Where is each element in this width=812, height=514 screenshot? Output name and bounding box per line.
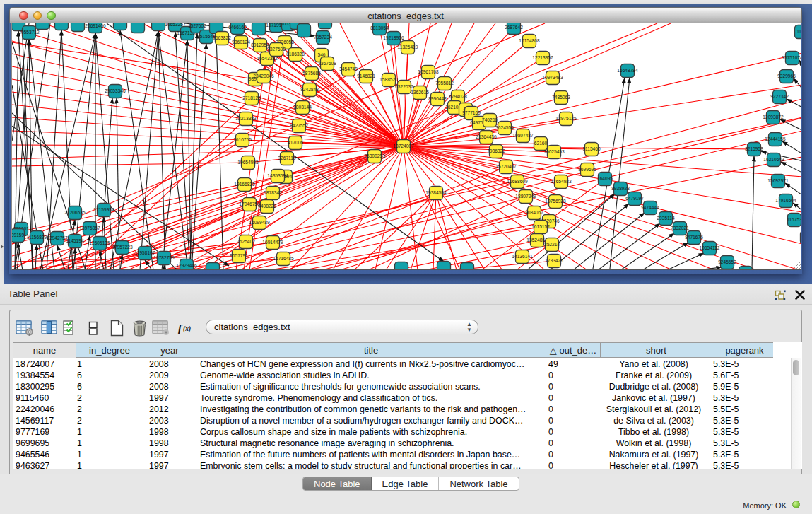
svg-text:9115460: 9115460 (582, 146, 601, 151)
svg-text:17957223: 17957223 (112, 245, 133, 250)
svg-text:1145194: 1145194 (66, 238, 84, 243)
svg-text:164095: 164095 (597, 176, 613, 181)
svg-text:7663822: 7663822 (213, 35, 231, 40)
svg-text:5878342: 5878342 (264, 190, 282, 195)
svg-text:12093872: 12093872 (763, 115, 784, 119)
svg-text:1362615: 1362615 (411, 90, 429, 95)
svg-text:116753: 116753 (787, 217, 801, 222)
svg-text:16648784: 16648784 (617, 68, 638, 73)
svg-text:9084067: 9084067 (525, 210, 543, 215)
svg-text:23420046: 23420046 (253, 74, 274, 78)
svg-text:16914479: 16914479 (262, 240, 283, 245)
svg-text:9227342: 9227342 (770, 94, 789, 99)
svg-text:9657791: 9657791 (230, 253, 248, 258)
svg-text:7332021: 7332021 (671, 226, 689, 230)
svg-text:9242848: 9242848 (300, 87, 319, 92)
svg-text:16543382: 16543382 (257, 56, 278, 61)
svg-text:8186328: 8186328 (286, 52, 305, 57)
svg-text:6479197: 6479197 (625, 196, 644, 201)
svg-text:62160: 62160 (534, 141, 548, 146)
svg-text:11958107: 11958107 (135, 250, 155, 255)
svg-text:16782759: 16782759 (153, 255, 175, 260)
svg-text:1112: 1112 (796, 29, 801, 34)
svg-text:746266: 746266 (482, 117, 498, 122)
svg-text:4498222: 4498222 (258, 204, 276, 209)
svg-text:20553712: 20553712 (18, 30, 40, 35)
svg-text:19218906: 19218906 (383, 35, 404, 40)
svg-text:2935114: 2935114 (657, 216, 675, 221)
svg-text:17654923: 17654923 (551, 179, 572, 184)
svg-text:10961768: 10961768 (418, 69, 439, 74)
svg-text:9474444: 9474444 (641, 205, 659, 210)
svg-text:f: f (178, 322, 183, 334)
svg-text:6322037: 6322037 (395, 84, 413, 89)
svg-text:252214: 252214 (544, 242, 560, 247)
svg-text:13975867: 13975867 (79, 226, 100, 230)
svg-text:1615152: 1615152 (531, 224, 550, 229)
svg-text:15716485: 15716485 (273, 256, 294, 261)
svg-text:25300293: 25300293 (364, 153, 385, 158)
svg-text:1610755: 1610755 (233, 137, 252, 142)
svg-text:18724007: 18724007 (393, 144, 414, 148)
svg-text:12213383: 12213383 (235, 116, 257, 121)
svg-text:12213957: 12213957 (532, 55, 553, 60)
svg-text:10654112: 10654112 (700, 245, 720, 250)
svg-text:(x): (x) (183, 325, 191, 333)
svg-text:8938923: 8938923 (611, 186, 630, 191)
svg-text:14353594: 14353594 (267, 173, 288, 178)
svg-text:12923446: 12923446 (176, 263, 197, 268)
svg-text:7357234: 7357234 (314, 35, 332, 40)
svg-text:2367608: 2367608 (318, 61, 336, 66)
svg-text:1588520: 1588520 (379, 77, 398, 82)
svg-text:19166825: 19166825 (234, 182, 255, 187)
svg-text:16099489: 16099489 (249, 220, 270, 225)
svg-text:29053346: 29053346 (105, 88, 126, 93)
svg-text:12942757: 12942757 (47, 235, 68, 240)
svg-text:21364436: 21364436 (476, 134, 497, 139)
svg-text:19654985: 19654985 (237, 160, 259, 165)
svg-text:2803144: 2803144 (293, 105, 312, 110)
svg-text:8471676: 8471676 (685, 235, 703, 240)
svg-text:12505135: 12505135 (89, 240, 110, 245)
svg-text:3624554: 3624554 (495, 125, 514, 130)
svg-text:21206535: 21206535 (64, 210, 86, 215)
svg-text:18807249: 18807249 (515, 194, 536, 199)
svg-text:7955812: 7955812 (435, 81, 454, 86)
svg-text:15692971: 15692971 (767, 178, 789, 183)
svg-text:3267110: 3267110 (278, 156, 296, 160)
svg-text:15751074: 15751074 (782, 55, 801, 60)
svg-text:17916504: 17916504 (775, 198, 796, 203)
svg-text:9245652: 9245652 (718, 259, 736, 264)
svg-text:6466160: 6466160 (228, 25, 247, 30)
svg-text:2687642: 2687642 (505, 25, 523, 30)
svg-text:10025453: 10025453 (543, 149, 565, 154)
svg-text:19756928: 19756928 (545, 199, 566, 204)
svg-text:10807487: 10807487 (512, 133, 534, 138)
svg-text:11325419: 11325419 (398, 45, 418, 49)
svg-text:20691406: 20691406 (85, 23, 106, 28)
svg-text:8990448: 8990448 (428, 96, 447, 101)
svg-text:2718126: 2718126 (242, 95, 261, 100)
svg-text:16210643: 16210643 (763, 157, 784, 162)
svg-text:17046756: 17046756 (239, 201, 260, 206)
svg-text:11156829: 11156829 (27, 235, 47, 240)
svg-text:17159934: 17159934 (93, 207, 114, 212)
svg-text:9860124: 9860124 (232, 40, 250, 45)
svg-text:10973493: 10973493 (542, 75, 563, 80)
svg-text:6794028: 6794028 (449, 94, 467, 99)
svg-text:10688609: 10688609 (507, 179, 528, 184)
svg-text:8813054: 8813054 (370, 25, 389, 30)
svg-text:14136141: 14136141 (512, 254, 533, 259)
svg-text:16154808: 16154808 (519, 38, 540, 43)
svg-text:417006: 417006 (288, 140, 303, 145)
svg-text:9329966: 9329966 (777, 74, 796, 78)
svg-text:9699695: 9699695 (578, 167, 596, 172)
svg-text:7986322: 7986322 (487, 148, 505, 153)
svg-text:7625402: 7625402 (237, 239, 255, 244)
svg-text:9777169: 9777169 (462, 110, 481, 115)
svg-text:15720407: 15720407 (495, 164, 517, 169)
svg-text:9146821: 9146821 (357, 74, 375, 78)
svg-text:8215958: 8215958 (745, 146, 763, 151)
svg-text:8427552: 8427552 (290, 123, 308, 128)
svg-text:1733426: 1733426 (545, 258, 563, 263)
